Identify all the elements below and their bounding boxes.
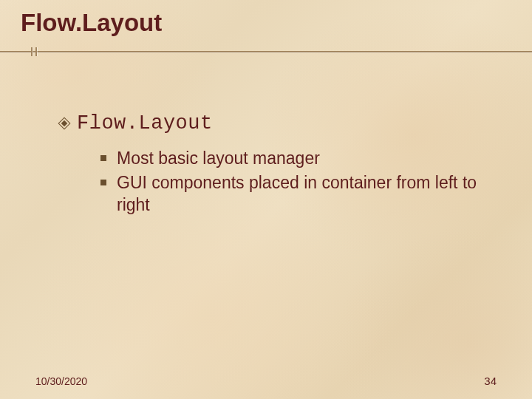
square-bullet-icon [100,155,106,161]
list-item: Most basic layout manager [100,148,497,169]
diamond-bullet-icon [59,118,69,129]
title-divider [0,47,532,56]
list-item-text: GUI components placed in container from … [117,172,497,216]
slide-title: Flow.Layout [21,9,162,37]
footer-page-number: 34 [484,375,497,387]
footer-date: 10/30/2020 [35,375,87,387]
section-heading-row: Flow.Layout [59,112,502,134]
square-bullet-icon [100,180,106,185]
list-item-text: Most basic layout manager [117,148,320,169]
section-heading: Flow.Layout [77,112,213,134]
bullet-list: Most basic layout manager GUI components… [100,148,497,219]
list-item: GUI components placed in container from … [100,172,497,216]
